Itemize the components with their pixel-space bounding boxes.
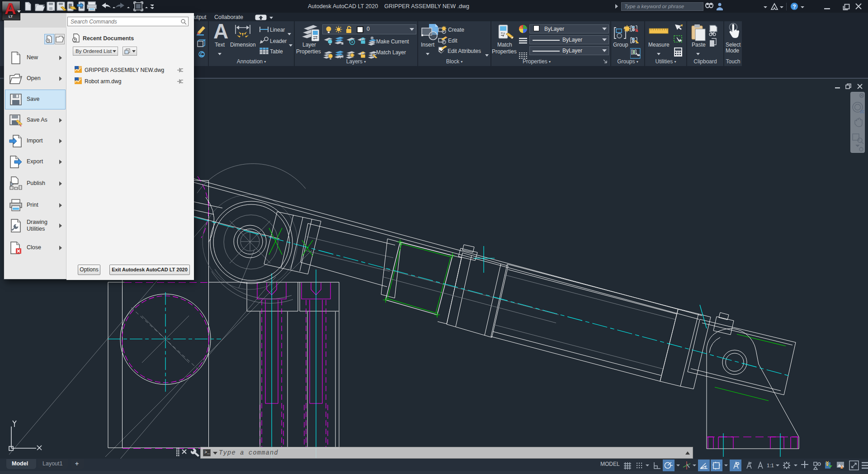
svg-text:1:1: 1:1 — [767, 463, 774, 468]
svg-text:?: ? — [793, 4, 796, 10]
svg-text:2D: 2D — [860, 109, 864, 114]
svg-text:!: ! — [841, 466, 842, 469]
